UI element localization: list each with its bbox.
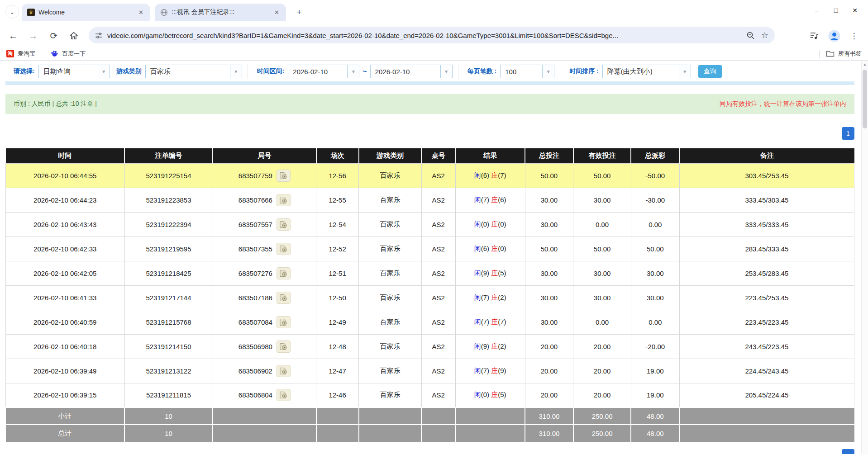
kebab-menu-icon[interactable]: ⋮ (847, 29, 861, 43)
scrollbar[interactable]: ▲ (861, 61, 868, 454)
result-cell: 闲(7) 庄(7) (455, 310, 525, 334)
bookmark-taobao[interactable]: 淘 爱淘宝 (6, 50, 35, 58)
new-tab-button[interactable]: + (293, 7, 305, 19)
video-replay-button[interactable] (277, 243, 291, 255)
bet-id-cell: 523191218425 (124, 261, 213, 285)
page-size-select[interactable]: 100 ▼ (500, 65, 554, 78)
bet-record-table: 时间注单编号局号场次游戏类别桌号结果总投注有效投注总派彩备注 2026-02-1… (5, 148, 854, 442)
query-type-select[interactable]: 日期查询 ▼ (38, 65, 110, 78)
video-replay-icon (279, 172, 287, 180)
payout-cell: -20.00 (631, 334, 679, 359)
scroll-up-arrow[interactable]: ▲ (862, 62, 868, 66)
table-no-cell: AS2 (421, 212, 455, 236)
refresh-button[interactable]: ⟳ (47, 29, 61, 43)
result-value: 闲(7) 庄(6) (474, 196, 506, 203)
column-header: 桌号 (421, 148, 455, 163)
maximize-button[interactable]: □ (826, 3, 845, 18)
column-header: 有效投注 (573, 148, 631, 163)
video-replay-icon (279, 391, 287, 399)
video-replay-button[interactable] (277, 365, 291, 377)
close-tab-icon[interactable]: ✕ (136, 8, 146, 17)
video-replay-button[interactable] (277, 389, 291, 401)
home-button[interactable] (67, 29, 81, 43)
video-replay-button[interactable] (277, 340, 291, 353)
total-bet-cell[interactable]: 20.00 (525, 359, 573, 383)
date-end-value: 2026-02-10 (371, 65, 440, 78)
time-cell: 2026-02-10 06:44:23 (6, 188, 125, 212)
tab-welcome[interactable]: ♛ Welcome ✕ (22, 4, 150, 21)
total-bet-cell[interactable]: 50.00 (525, 163, 573, 188)
footer-cell (359, 407, 422, 425)
total-bet-cell[interactable]: 20.00 (525, 383, 573, 407)
scrollbar-thumb[interactable] (863, 70, 867, 128)
footer-cell: 总计 (6, 425, 125, 442)
total-bet-cell[interactable]: 30.00 (525, 212, 573, 236)
close-tab-icon[interactable]: ✕ (272, 8, 281, 17)
footer-cell: 小计 (6, 407, 125, 425)
pagination-bottom[interactable] (842, 449, 854, 454)
date-end-select[interactable]: 2026-02-10 ▼ (370, 65, 453, 78)
media-controls-icon[interactable] (807, 29, 821, 43)
filter-bottom-strip (5, 81, 854, 85)
site-favicon: ♛ (27, 9, 35, 16)
total-bet-cell[interactable]: 30.00 (525, 310, 573, 334)
close-button[interactable]: ✕ (845, 3, 864, 18)
search-button[interactable]: 查询 (698, 65, 722, 78)
divider (248, 64, 248, 79)
forward-button[interactable]: → (26, 29, 40, 43)
footer-cell: 310.00 (525, 407, 573, 425)
tab-title: Welcome (38, 9, 133, 16)
tab-betrecord-active[interactable]: :::视讯 会员下注纪录::: ✕ (155, 4, 286, 21)
tab-search-button[interactable]: ⌄ (5, 5, 19, 19)
game-category-select[interactable]: 百家乐 ▼ (145, 65, 242, 78)
game-type-cell: 百家乐 (359, 334, 422, 359)
total-bet-cell[interactable]: 20.00 (525, 334, 573, 359)
game-type-cell: 百家乐 (359, 310, 422, 334)
valid-bet-cell: 50.00 (573, 163, 631, 188)
footer-cell (421, 425, 455, 442)
bet-row: 2026-02-10 06:41:33523191217144683507186… (6, 285, 854, 310)
pagination-page-1[interactable]: 1 (842, 127, 854, 140)
video-replay-button[interactable] (277, 170, 291, 182)
profile-avatar[interactable] (827, 29, 841, 43)
round-cell: 683506980 (213, 334, 316, 359)
total-bet-cell[interactable]: 30.00 (525, 261, 573, 285)
url-text[interactable]: videoie.com/game/betrecord_search/kind3?… (107, 32, 742, 39)
divider (458, 64, 458, 79)
divider (560, 64, 560, 79)
video-replay-button[interactable] (277, 194, 291, 206)
payout-cell: 19.00 (631, 359, 679, 383)
valid-bet-notice: 同局有效投注，统一计算在该局第一张注单内 (720, 100, 846, 108)
minimize-button[interactable]: – (807, 3, 826, 18)
result-cell: 闲(7) 庄(2) (455, 285, 525, 310)
footer-cell (455, 407, 525, 425)
result-value: 闲(0) 庄(5) (474, 391, 506, 398)
bookmark-star-icon[interactable]: ☆ (761, 30, 768, 40)
bookmark-baidu[interactable]: 百度一下 (51, 50, 86, 58)
video-replay-button[interactable] (277, 267, 291, 279)
total-bet-cell[interactable]: 30.00 (525, 285, 573, 310)
valid-bet-cell: 50.00 (573, 236, 631, 261)
browser-titlebar: ⌄ ♛ Welcome ✕ :::视讯 会员下注纪录::: ✕ + – □ ✕ (0, 0, 868, 24)
date-start-select[interactable]: 2026-02-10 ▼ (288, 65, 359, 78)
video-replay-button[interactable] (277, 218, 291, 231)
video-replay-icon (279, 343, 287, 350)
video-replay-button[interactable] (277, 292, 291, 304)
round-cell: 683507666 (213, 188, 316, 212)
all-bookmarks-label[interactable]: 所有书签 (838, 50, 862, 58)
table-no-cell: AS2 (421, 163, 455, 188)
remark-cell: 253.45/283.45 (679, 261, 854, 285)
sort-value: 降冪(由大到小) (603, 65, 679, 78)
total-bet-cell[interactable]: 50.00 (525, 236, 573, 261)
tune-icon[interactable] (95, 32, 103, 39)
total-bet-cell[interactable]: 30.00 (525, 188, 573, 212)
zoom-out-icon[interactable] (746, 31, 755, 40)
back-button[interactable]: ← (6, 29, 20, 43)
session-cell: 12-52 (316, 236, 359, 261)
sort-select[interactable]: 降冪(由大到小) ▼ (602, 65, 691, 78)
remark-cell: 224.45/243.45 (679, 359, 854, 383)
footer-cell: 310.00 (525, 425, 573, 442)
url-bar[interactable]: videoie.com/game/betrecord_search/kind3?… (89, 27, 775, 43)
video-replay-button[interactable] (277, 316, 291, 328)
footer-cell: 250.00 (573, 407, 631, 425)
